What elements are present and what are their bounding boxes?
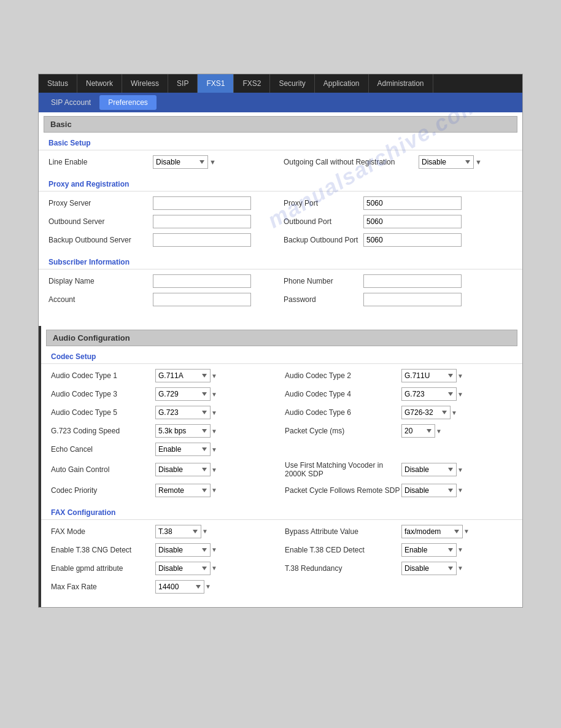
nav-fxs1[interactable]: FXS1: [198, 74, 234, 93]
enable-t38-cng-select[interactable]: Disable Enable: [155, 543, 211, 557]
audio-codec-type1-select[interactable]: G.711A G.711U G.729 G.723 G726-32: [155, 369, 211, 382]
proxy-port-label: Proxy Port: [284, 199, 363, 207]
nav-wireless[interactable]: Wireless: [122, 74, 168, 93]
backup-outbound-port-label: Backup Outbound Port: [284, 236, 363, 244]
basic-setup-heading: Basic Setup: [39, 135, 522, 150]
account-input[interactable]: [153, 293, 251, 306]
subscriber-info-form: Display Name Phone Number Account Passwo…: [39, 269, 522, 314]
phone-number-label: Phone Number: [284, 277, 363, 285]
use-first-matching-label: Use First Matching Vocoder in 2000K SDP: [285, 461, 401, 479]
line-enable-select[interactable]: Disable Enable: [153, 155, 208, 169]
nav-sip[interactable]: SIP: [168, 74, 198, 93]
basic-setup-form: Line Enable Disable Enable ▼ Outgoing Ca…: [39, 150, 522, 176]
sub-nav: SIP Account Preferences: [39, 93, 522, 112]
t38-redundancy-select[interactable]: Disable Enable: [401, 562, 457, 575]
packet-cycle-follows-select[interactable]: Disable Enable: [401, 484, 457, 497]
packet-cycle-follows-label: Packet Cycle Follows Remote SDP: [285, 486, 401, 495]
codec-priority-label: Codec Priority: [51, 486, 155, 495]
outbound-server-input[interactable]: [153, 215, 251, 228]
password-input[interactable]: [363, 293, 462, 306]
nav-administration[interactable]: Administration: [369, 74, 433, 93]
nav-fxs2[interactable]: FXS2: [234, 74, 270, 93]
line-enable-label: Line Enable: [48, 158, 153, 166]
phone-number-input[interactable]: [363, 274, 462, 288]
nav-network[interactable]: Network: [77, 74, 122, 93]
backup-outbound-server-label: Backup Outbound Server: [48, 236, 153, 244]
audio-codec-type4-select[interactable]: G.711A G.711U G.729 G.723 G726-32: [401, 387, 457, 401]
g723-coding-speed-label: G.723 Coding Speed: [51, 427, 155, 435]
nav-status[interactable]: Status: [39, 74, 77, 93]
outgoing-call-select[interactable]: Disable Enable: [419, 155, 474, 169]
packet-cycle-select[interactable]: 20 30 40: [401, 424, 435, 438]
max-fax-rate-select[interactable]: 14400 9600 4800 2400: [155, 580, 204, 594]
fax-mode-label: FAX Mode: [51, 527, 155, 536]
enable-t38-ced-select[interactable]: Disable Enable: [401, 543, 457, 557]
nav-application[interactable]: Application: [315, 74, 369, 93]
backup-outbound-server-input[interactable]: [153, 233, 251, 247]
fax-config-heading: FAX Configuration: [41, 505, 522, 520]
t38-redundancy-label: T.38 Redundancy: [285, 564, 401, 573]
outgoing-call-label: Outgoing Call without Registration: [284, 158, 419, 166]
subnav-sip-account[interactable]: SIP Account: [42, 95, 99, 110]
account-label: Account: [48, 295, 153, 304]
outbound-port-label: Outbound Port: [284, 217, 363, 226]
subscriber-info-heading: Subscriber Information: [39, 254, 522, 269]
bypass-attribute-select[interactable]: fax/modem none: [401, 525, 463, 538]
display-name-input[interactable]: [153, 274, 251, 288]
auto-gain-control-select[interactable]: Disable Enable: [155, 463, 211, 476]
audio-codec-type4-label: Audio Codec Type 4: [285, 390, 401, 398]
auto-gain-control-label: Auto Gain Control: [51, 465, 155, 474]
echo-cancel-label: Echo Cancel: [51, 445, 155, 454]
g723-coding-speed-select[interactable]: 5.3k bps 6.3k bps: [155, 424, 211, 438]
proxy-reg-heading: Proxy and Registration: [39, 176, 522, 192]
use-first-matching-select[interactable]: Disable Enable: [401, 463, 457, 476]
display-name-label: Display Name: [48, 277, 153, 285]
fax-mode-select[interactable]: T.38 Pass-through: [155, 525, 201, 538]
enable-t38-cng-label: Enable T.38 CNG Detect: [51, 546, 155, 554]
codec-priority-select[interactable]: Remote Local: [155, 484, 211, 497]
proxy-port-input[interactable]: [363, 196, 462, 210]
backup-outbound-port-input[interactable]: [363, 233, 462, 247]
echo-cancel-select[interactable]: Enable Disable: [155, 443, 211, 456]
bypass-attribute-label: Bypass Attribute Value: [285, 527, 401, 536]
outbound-server-label: Outbound Server: [48, 217, 153, 226]
enable-gpmd-select[interactable]: Disable Enable: [155, 562, 211, 575]
proxy-server-label: Proxy Server: [48, 199, 153, 207]
enable-t38-ced-label: Enable T.38 CED Detect: [285, 546, 401, 554]
fax-config-form: FAX Mode T.38 Pass-through ▼ Bypass Attr…: [41, 520, 522, 601]
basic-section-bar: Basic: [44, 116, 517, 133]
audio-codec-type5-label: Audio Codec Type 5: [51, 408, 155, 417]
codec-setup-heading: Codec Setup: [41, 349, 522, 364]
top-nav: Status Network Wireless SIP FXS1 FXS2 Se…: [39, 74, 522, 93]
audio-codec-type2-label: Audio Codec Type 2: [285, 371, 401, 380]
audio-codec-type6-select[interactable]: G.711A G.711U G.729 G.723 G726-32: [401, 406, 451, 419]
proxy-reg-form: Proxy Server Proxy Port Outbound Server …: [39, 192, 522, 254]
audio-codec-type3-select[interactable]: G.711A G.711U G.729 G.723 G726-32: [155, 387, 211, 401]
audio-codec-type1-label: Audio Codec Type 1: [51, 371, 155, 380]
outbound-port-input[interactable]: [363, 215, 462, 228]
audio-codec-type5-select[interactable]: G.711A G.711U G.729 G.723 G726-32: [155, 406, 211, 419]
max-fax-rate-label: Max Fax Rate: [51, 583, 155, 591]
proxy-server-input[interactable]: [153, 196, 251, 210]
audio-codec-type2-select[interactable]: G.711A G.711U G.729 G.723 G726-32: [401, 369, 457, 382]
audio-codec-type3-label: Audio Codec Type 3: [51, 390, 155, 398]
enable-gpmd-label: Enable gpmd attribute: [51, 564, 155, 573]
nav-security[interactable]: Security: [270, 74, 314, 93]
subnav-preferences[interactable]: Preferences: [99, 95, 157, 110]
audio-section-bar: Audio Configuration: [46, 330, 517, 346]
codec-setup-form: Audio Codec Type 1 G.711A G.711U G.729 G…: [41, 364, 522, 505]
packet-cycle-label: Packet Cycle (ms): [285, 427, 401, 435]
password-label: Password: [284, 295, 363, 304]
audio-codec-type6-label: Audio Codec Type 6: [285, 408, 401, 417]
